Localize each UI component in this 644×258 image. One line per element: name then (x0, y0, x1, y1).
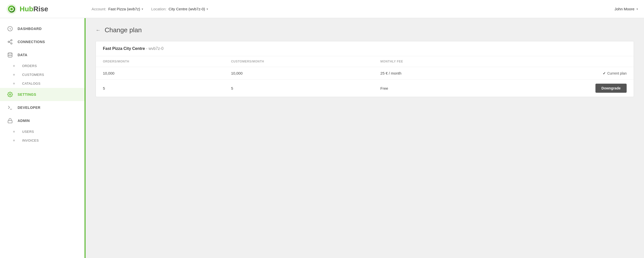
data-icon (7, 52, 13, 58)
col-header-fee: Monthly Fee (373, 56, 490, 67)
orders-dot (13, 65, 15, 67)
account-value: Fast Pizza (wvb7z) (108, 7, 140, 11)
table-row: 10,000 10,000 25 € / month ✓ Current pla… (96, 67, 634, 80)
svg-line-7 (9, 41, 11, 42)
plan-1-action: Downgrade (490, 80, 634, 97)
hubrise-logo-icon (6, 4, 17, 15)
table-row: 5 5 Free Downgrade (96, 80, 634, 97)
main-content: ← Change plan Fast Pizza City Centre - w… (86, 18, 644, 258)
sidebar-item-customers[interactable]: Customers (0, 70, 85, 79)
sidebar-label-developer: Developer (18, 106, 41, 110)
plan-0-customers: 10,000 (224, 67, 373, 80)
svg-point-8 (8, 53, 12, 54)
plan-1-customers: 5 (224, 80, 373, 97)
sidebar-item-settings[interactable]: Settings (0, 88, 85, 101)
svg-point-9 (9, 94, 11, 95)
sidebar-label-dashboard: Dashboard (18, 27, 42, 31)
account-chevron-down-icon: ▾ (142, 7, 143, 11)
svg-point-1 (10, 8, 13, 10)
col-header-customers: Customers/Month (224, 56, 373, 67)
downgrade-button[interactable]: Downgrade (595, 84, 627, 93)
sidebar-label-catalogs: Catalogs (22, 82, 41, 85)
user-chevron-down-icon: ▾ (636, 7, 638, 11)
sidebar-label-admin: Admin (18, 119, 30, 123)
sidebar-label-connections: Connections (18, 40, 45, 44)
current-plan-badge: ✓ Current plan (497, 71, 627, 75)
plan-0-fee: 25 € / month (373, 67, 490, 80)
user-menu[interactable]: John Moore ▾ (615, 7, 638, 11)
sidebar-item-users[interactable]: Users (0, 127, 85, 136)
account-selector[interactable]: Account: Fast Pizza (wvb7z) ▾ (92, 7, 143, 11)
sidebar-item-data[interactable]: Data (0, 48, 85, 61)
plan-location-name: Fast Pizza City Centre (103, 46, 145, 51)
settings-icon (7, 91, 13, 98)
svg-line-6 (9, 42, 11, 43)
sidebar-label-data: Data (18, 53, 27, 57)
invoices-dot (13, 140, 15, 141)
account-label: Account: (92, 7, 106, 11)
sidebar: Dashboard Connections Data Orders Custom… (0, 18, 86, 258)
sidebar-label-users: Users (22, 130, 34, 134)
checkmark-icon: ✓ (603, 71, 606, 75)
admin-icon (7, 118, 13, 124)
sidebar-label-settings: Settings (18, 92, 36, 96)
plan-1-fee: Free (373, 80, 490, 97)
svg-rect-11 (8, 120, 12, 123)
page-title: Change plan (105, 26, 142, 34)
logo-area: HubRise (6, 4, 92, 15)
plan-0-action: ✓ Current plan (490, 67, 634, 80)
top-header: HubRise Account: Fast Pizza (wvb7z) ▾ Lo… (0, 0, 644, 18)
location-value: City Centre (wvb7z-0) (169, 7, 205, 11)
dashboard-icon (7, 26, 13, 32)
sidebar-label-orders: Orders (22, 64, 37, 68)
svg-point-5 (11, 43, 12, 44)
catalogs-dot (13, 83, 15, 84)
users-dot (13, 131, 15, 133)
svg-point-4 (8, 41, 10, 43)
back-button[interactable]: ← (96, 27, 101, 33)
sidebar-label-customers: Customers (22, 73, 44, 77)
header-selectors: Account: Fast Pizza (wvb7z) ▾ Location: … (92, 7, 615, 11)
app-body: Dashboard Connections Data Orders Custom… (0, 18, 644, 258)
plan-location-id: - wvb7z-0 (146, 46, 164, 51)
location-selector[interactable]: Location: City Centre (wvb7z-0) ▾ (151, 7, 208, 11)
sidebar-item-invoices[interactable]: Invoices (0, 136, 85, 145)
current-plan-label: Current plan (607, 71, 627, 75)
sidebar-item-connections[interactable]: Connections (0, 35, 85, 48)
sidebar-item-admin[interactable]: Admin (0, 114, 85, 127)
customers-dot (13, 74, 15, 76)
account-dropdown[interactable]: Fast Pizza (wvb7z) ▾ (108, 7, 143, 11)
col-header-orders: Orders/Month (96, 56, 224, 67)
plan-table: Orders/Month Customers/Month Monthly Fee… (96, 56, 634, 97)
user-name: John Moore (615, 7, 634, 11)
svg-point-3 (11, 40, 12, 41)
location-dropdown[interactable]: City Centre (wvb7z-0) ▾ (169, 7, 208, 11)
sidebar-item-dashboard[interactable]: Dashboard (0, 22, 85, 35)
location-label: Location: (151, 7, 167, 11)
logo-text: HubRise (20, 5, 48, 13)
plan-card-header: Fast Pizza City Centre - wvb7z-0 (96, 41, 634, 56)
connections-icon (7, 39, 13, 45)
sidebar-label-invoices: Invoices (22, 139, 39, 142)
location-chevron-down-icon: ▾ (207, 7, 208, 11)
developer-icon (7, 105, 13, 111)
col-header-action (490, 56, 634, 67)
plan-card: Fast Pizza City Centre - wvb7z-0 Orders/… (96, 41, 634, 97)
plan-1-orders: 5 (96, 80, 224, 97)
page-header: ← Change plan (96, 26, 634, 34)
sidebar-item-catalogs[interactable]: Catalogs (0, 79, 85, 88)
sidebar-item-orders[interactable]: Orders (0, 61, 85, 70)
sidebar-item-developer[interactable]: Developer (0, 101, 85, 114)
plan-0-orders: 10,000 (96, 67, 224, 80)
